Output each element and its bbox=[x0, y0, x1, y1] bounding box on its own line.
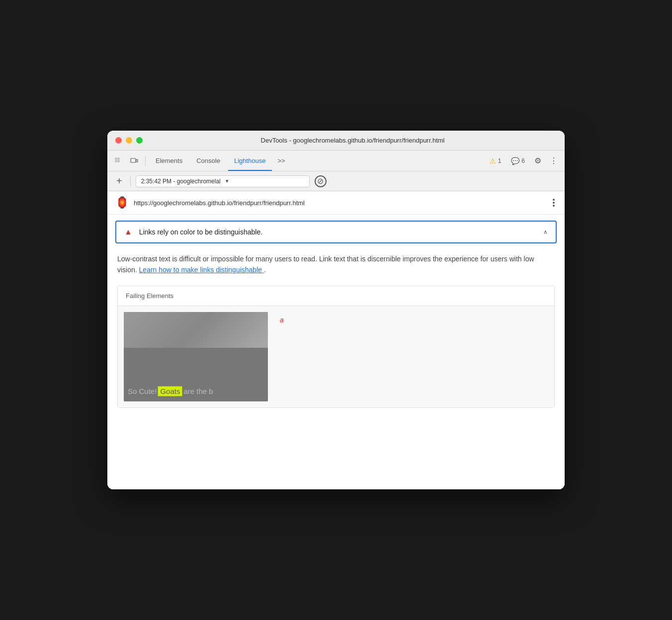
message-badge[interactable]: 💬 6 bbox=[507, 156, 529, 166]
tab-more[interactable]: >> bbox=[274, 151, 289, 171]
close-button[interactable] bbox=[115, 137, 122, 144]
svg-rect-3 bbox=[118, 160, 119, 162]
tabs-right-section: ⚠ 1 💬 6 ⚙ ⋮ bbox=[486, 154, 561, 168]
screenshot-text: So Cute! bbox=[128, 387, 157, 395]
failing-elements-section: Failing Elements So Cute! Goats are the … bbox=[117, 286, 555, 408]
period: . bbox=[264, 266, 266, 274]
learn-more-link[interactable]: Learn how to make links distinguishable bbox=[139, 266, 264, 274]
pointer-icon[interactable] bbox=[111, 154, 125, 168]
tab-lighthouse[interactable]: Lighthouse bbox=[228, 151, 272, 171]
audit-warning-icon: ▲ bbox=[124, 228, 132, 236]
clear-icon: ⊘ bbox=[317, 176, 324, 186]
minimize-button[interactable] bbox=[126, 137, 132, 144]
element-tag: a bbox=[276, 312, 288, 328]
dropdown-arrow-icon: ▼ bbox=[225, 178, 230, 184]
clear-button[interactable]: ⊘ bbox=[315, 175, 327, 187]
add-button[interactable]: + bbox=[113, 174, 125, 188]
screenshot-bottom-area: So Cute! Goats are the b bbox=[124, 348, 268, 401]
failing-elements-header: Failing Elements bbox=[118, 286, 554, 306]
svg-rect-2 bbox=[115, 160, 117, 162]
lighthouse-logo-icon: 🏮 bbox=[115, 196, 129, 209]
audit-url: https://googlechromelabs.github.io/frien… bbox=[134, 199, 546, 207]
toolbar: + 2:35:42 PM - googlechromelal ▼ ⊘ bbox=[107, 171, 565, 191]
screenshot-more-text: are the b bbox=[183, 387, 213, 395]
url-text: 2:35:42 PM - googlechromelal bbox=[141, 178, 221, 185]
audit-header[interactable]: ▲ Links rely on color to be distinguisha… bbox=[116, 222, 556, 242]
window-controls bbox=[115, 137, 143, 144]
audit-description: Low-contrast text is difficult or imposs… bbox=[107, 249, 565, 286]
audit-title: Links rely on color to be distinguishabl… bbox=[139, 228, 536, 236]
title-bar: DevTools - googlechromelabs.github.io/fr… bbox=[107, 131, 565, 151]
warning-count: 1 bbox=[498, 157, 502, 164]
collapse-icon: ∧ bbox=[543, 229, 548, 235]
screenshot-thumbnail: So Cute! Goats are the b bbox=[124, 312, 268, 401]
svg-rect-0 bbox=[115, 158, 117, 159]
devtools-window: DevTools - googlechromelabs.github.io/fr… bbox=[107, 131, 565, 489]
more-options-button[interactable]: ⋮ bbox=[547, 154, 561, 168]
maximize-button[interactable] bbox=[136, 137, 143, 144]
message-count: 6 bbox=[521, 157, 525, 164]
failing-elements-body: So Cute! Goats are the b a bbox=[118, 306, 554, 407]
tab-console[interactable]: Console bbox=[190, 151, 226, 171]
device-icon[interactable] bbox=[127, 154, 141, 168]
url-row: 🏮 https://googlechromelabs.github.io/fri… bbox=[107, 191, 565, 215]
svg-rect-5 bbox=[136, 159, 138, 162]
audit-item: ▲ Links rely on color to be distinguisha… bbox=[115, 221, 557, 243]
screenshot-background: So Cute! Goats are the b bbox=[124, 312, 268, 401]
devtools-tabs: Elements Console Lighthouse >> ⚠ 1 💬 6 ⚙… bbox=[107, 151, 565, 171]
message-icon: 💬 bbox=[511, 157, 519, 165]
warning-icon: ⚠ bbox=[490, 157, 496, 165]
tab-separator-1 bbox=[145, 156, 146, 166]
url-more-button[interactable] bbox=[551, 197, 557, 209]
main-content: 🏮 https://googlechromelabs.github.io/fri… bbox=[107, 191, 565, 489]
screenshot-highlight: Goats bbox=[158, 386, 182, 396]
svg-rect-4 bbox=[131, 158, 136, 162]
svg-rect-1 bbox=[118, 158, 119, 159]
settings-button[interactable]: ⚙ bbox=[531, 154, 545, 168]
warning-badge[interactable]: ⚠ 1 bbox=[486, 156, 505, 166]
window-title: DevTools - googlechromelabs.github.io/fr… bbox=[149, 137, 557, 144]
toolbar-separator bbox=[130, 176, 131, 186]
screenshot-top-area bbox=[124, 312, 268, 348]
tab-elements[interactable]: Elements bbox=[150, 151, 188, 171]
url-display[interactable]: 2:35:42 PM - googlechromelal ▼ bbox=[136, 175, 310, 187]
